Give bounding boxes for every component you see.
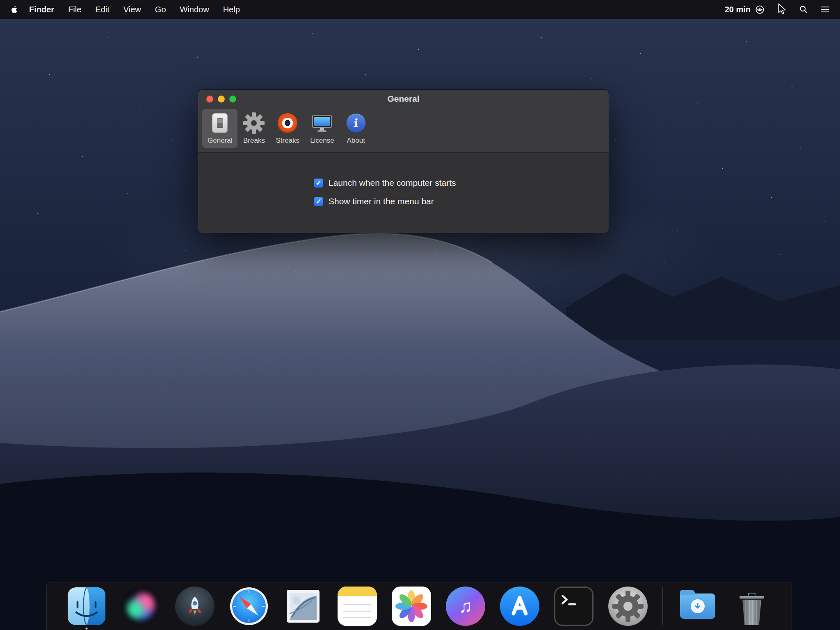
dock (46, 582, 792, 630)
minimize-button[interactable] (218, 96, 225, 103)
option-show-timer[interactable]: Show timer in the menu bar (314, 196, 609, 207)
menu-view[interactable]: View (116, 5, 148, 14)
launch-at-startup-label: Launch when the computer starts (329, 178, 456, 188)
window-titlebar[interactable]: General (198, 90, 609, 108)
preferences-toolbar: General (198, 108, 609, 153)
dock-downloads-folder-icon[interactable] (678, 587, 717, 626)
zoom-button[interactable] (229, 96, 236, 103)
tab-streaks[interactable]: Streaks (270, 109, 305, 148)
dock-app-store-icon[interactable] (500, 587, 539, 626)
finder-running-indicator (86, 628, 88, 630)
show-timer-checkbox[interactable] (314, 197, 323, 206)
dock-launchpad-icon[interactable] (175, 587, 215, 626)
dock-mail-icon[interactable] (283, 587, 323, 626)
dock-photos-icon[interactable] (392, 587, 431, 626)
dock-music-icon[interactable] (446, 587, 485, 626)
desktop: Finder File Edit View Go Window Help 20 … (0, 0, 840, 630)
light-switch-icon (209, 112, 231, 134)
download-arrow-icon (691, 599, 705, 613)
dock-system-preferences-icon[interactable] (608, 587, 648, 626)
timeout-menu-extra[interactable]: 20 min (725, 5, 765, 14)
menu-edit[interactable]: Edit (88, 5, 116, 14)
dock-separator (662, 587, 663, 625)
general-pane: Launch when the computer starts Show tim… (198, 153, 609, 233)
tab-general-label: General (208, 136, 232, 145)
menu-bar-status: 20 min (725, 3, 833, 16)
dock-safari-icon[interactable] (229, 587, 269, 626)
notification-center-icon[interactable] (820, 5, 830, 14)
dock-finder-icon[interactable] (67, 587, 106, 626)
menu-file[interactable]: File (61, 5, 88, 14)
eye-icon (276, 112, 299, 134)
dock-terminal-icon[interactable] (554, 587, 593, 626)
show-timer-label: Show timer in the menu bar (329, 196, 434, 206)
menu-bar: Finder File Edit View Go Window Help 20 … (0, 0, 840, 19)
dock-trash-icon[interactable] (732, 587, 772, 626)
display-icon (311, 112, 333, 134)
preferences-window: General General (198, 90, 609, 233)
tab-about[interactable]: About (340, 109, 372, 148)
timer-remaining-label: 20 min (725, 5, 751, 14)
dock-notes-icon[interactable] (338, 587, 377, 626)
menu-go[interactable]: Go (148, 5, 173, 14)
tab-streaks-label: Streaks (276, 136, 299, 145)
dock-siri-icon[interactable] (121, 587, 160, 626)
tab-general[interactable]: General (202, 109, 237, 148)
launch-at-startup-checkbox[interactable] (314, 178, 323, 188)
option-launch-at-startup[interactable]: Launch when the computer starts (314, 177, 609, 189)
menu-window[interactable]: Window (173, 5, 216, 14)
tab-about-label: About (347, 136, 365, 145)
traffic-lights (206, 90, 236, 108)
tab-breaks[interactable]: Breaks (237, 109, 270, 148)
mouse-cursor (777, 3, 787, 16)
window-title: General (387, 94, 419, 104)
menu-finder[interactable]: Finder (22, 5, 61, 14)
close-button[interactable] (206, 96, 213, 103)
spotlight-search-icon[interactable] (799, 5, 808, 14)
apple-menu-icon[interactable] (10, 5, 19, 14)
tab-breaks-label: Breaks (243, 136, 265, 145)
timer-eye-icon (755, 5, 765, 14)
tab-license[interactable]: License (305, 109, 340, 148)
gear-icon (243, 112, 265, 134)
menu-help[interactable]: Help (216, 5, 247, 14)
menu-bar-left: Finder File Edit View Go Window Help (7, 5, 247, 14)
info-icon (345, 112, 367, 134)
tab-license-label: License (310, 136, 334, 145)
music-note-glyph (459, 597, 472, 615)
